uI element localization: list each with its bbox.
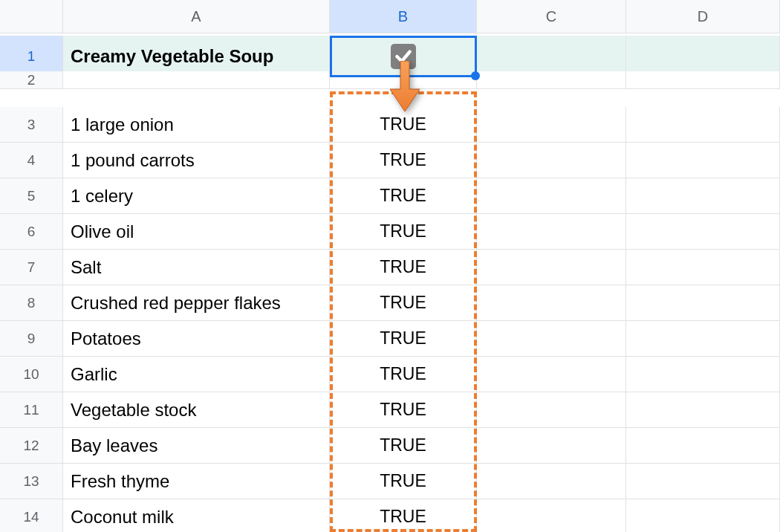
cell-c8[interactable] [477,285,626,321]
row-header-9[interactable]: 9 [0,321,63,357]
cell-a13[interactable]: Fresh thyme [63,464,330,499]
cell-d5[interactable] [626,178,780,214]
column-header-b[interactable]: B [330,0,477,33]
selection-fill-handle[interactable] [471,71,480,80]
cell-b10[interactable]: TRUE [330,357,477,392]
row-header-12[interactable]: 12 [0,428,63,464]
row-header-8[interactable]: 8 [0,285,63,321]
cell-c14[interactable] [477,499,626,532]
row-header-13[interactable]: 13 [0,464,63,499]
column-header-c[interactable]: C [477,0,626,33]
cell-a10[interactable]: Garlic [63,357,330,392]
cell-a4[interactable]: 1 pound carrots [63,143,330,178]
cell-c4[interactable] [477,143,626,178]
cell-c2[interactable] [477,71,626,89]
cell-d10[interactable] [626,357,780,392]
cell-b4[interactable]: TRUE [330,143,477,178]
cell-a12[interactable]: Bay leaves [63,428,330,464]
cell-d6[interactable] [626,214,780,250]
cell-a14[interactable]: Coconut milk [63,499,330,532]
row-header-7[interactable]: 7 [0,250,63,285]
row-header-5[interactable]: 5 [0,178,63,214]
cell-c9[interactable] [477,321,626,357]
cell-a2[interactable] [63,71,330,89]
cell-d14[interactable] [626,499,780,532]
select-all-corner[interactable] [0,0,63,33]
checkbox-icon[interactable] [391,44,416,69]
cell-b14[interactable]: TRUE [330,499,477,532]
cell-b13[interactable]: TRUE [330,464,477,499]
cell-c7[interactable] [477,250,626,285]
cell-d3[interactable] [626,107,780,143]
cell-a9[interactable]: Potatoes [63,321,330,357]
row-header-6[interactable]: 6 [0,214,63,250]
cell-c11[interactable] [477,392,626,428]
cell-c13[interactable] [477,464,626,499]
cell-d13[interactable] [626,464,780,499]
cell-a3[interactable]: 1 large onion [63,107,330,143]
cell-b9[interactable]: TRUE [330,321,477,357]
column-header-d[interactable]: D [626,0,780,33]
row-header-4[interactable]: 4 [0,143,63,178]
cell-a5[interactable]: 1 celery [63,178,330,214]
cell-b12[interactable]: TRUE [330,428,477,464]
cell-b3[interactable]: TRUE [330,107,477,143]
cell-d2[interactable] [626,71,780,89]
row-header-3[interactable]: 3 [0,107,63,143]
cell-c6[interactable] [477,214,626,250]
cell-c5[interactable] [477,178,626,214]
cell-a11[interactable]: Vegetable stock [63,392,330,428]
column-header-a[interactable]: A [63,0,330,33]
cell-d9[interactable] [626,321,780,357]
cell-c3[interactable] [477,107,626,143]
row-header-11[interactable]: 11 [0,392,63,428]
cell-d7[interactable] [626,250,780,285]
cell-b11[interactable]: TRUE [330,392,477,428]
cell-d11[interactable] [626,392,780,428]
cell-d4[interactable] [626,143,780,178]
row-header-10[interactable]: 10 [0,357,63,392]
cell-c12[interactable] [477,428,626,464]
cell-d8[interactable] [626,285,780,321]
cell-a8[interactable]: Crushed red pepper flakes [63,285,330,321]
cell-a6[interactable]: Olive oil [63,214,330,250]
cell-d12[interactable] [626,428,780,464]
row-header-14[interactable]: 14 [0,499,63,532]
cell-b6[interactable]: TRUE [330,214,477,250]
cell-b5[interactable]: TRUE [330,178,477,214]
cell-b7[interactable]: TRUE [330,250,477,285]
cell-c10[interactable] [477,357,626,392]
cell-a7[interactable]: Salt [63,250,330,285]
cell-b8[interactable]: TRUE [330,285,477,321]
row-header-2[interactable]: 2 [0,71,63,89]
cell-b1[interactable] [330,36,477,77]
